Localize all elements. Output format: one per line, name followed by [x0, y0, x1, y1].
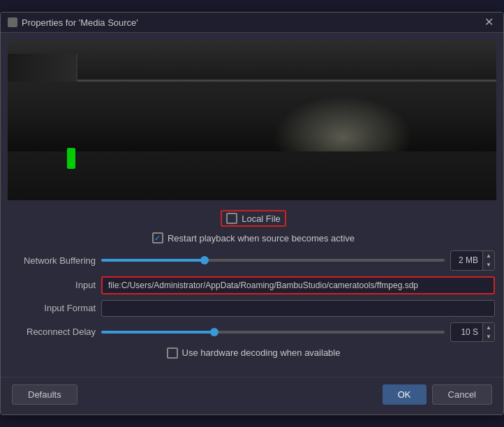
network-buffering-row: Network Buffering 2 MB ▲ ▼ [12, 250, 495, 270]
hardware-decoding-row: Use hardware decoding when available [12, 347, 495, 359]
reconnect-delay-row: Reconnect Delay 10 S ▲ ▼ [12, 322, 495, 342]
machine-middle [8, 82, 496, 151]
reconnect-delay-arrows: ▲ ▼ [482, 323, 494, 341]
ok-button[interactable]: OK [383, 384, 427, 405]
network-buffering-label: Network Buffering [12, 255, 96, 266]
machine-body [8, 40, 496, 82]
restart-playback-checkbox[interactable] [152, 232, 163, 244]
close-button[interactable]: ✕ [482, 17, 496, 28]
restart-playback-text: Restart playback when source becomes act… [168, 233, 355, 244]
bottom-right-buttons: OK Cancel [383, 384, 492, 405]
input-row: Input [12, 276, 495, 294]
local-file-checkbox[interactable] [226, 213, 237, 224]
cancel-button[interactable]: Cancel [432, 384, 492, 405]
reconnect-delay-label: Reconnect Delay [12, 327, 96, 337]
reconnect-delay-value: 10 S [451, 326, 482, 338]
hardware-decoding-checkbox[interactable] [167, 347, 178, 359]
window-title: Properties for 'Media Source' [22, 17, 138, 28]
green-dot [67, 148, 75, 169]
hardware-decoding-text: Use hardware decoding when available [182, 347, 341, 358]
network-buffering-thumb[interactable] [200, 256, 209, 264]
network-buffering-fill [101, 259, 205, 262]
machine-bottom [8, 151, 496, 200]
restart-playback-label[interactable]: Restart playback when source becomes act… [152, 232, 355, 244]
media-preview [8, 40, 496, 200]
reconnect-delay-track[interactable] [101, 331, 445, 334]
properties-window: Properties for 'Media Source' ✕ [0, 12, 504, 415]
network-buffering-track[interactable] [101, 259, 445, 262]
input-label: Input [12, 280, 96, 290]
bottom-bar: Defaults OK Cancel [1, 377, 503, 414]
title-bar-left: Properties for 'Media Source' [8, 17, 138, 28]
input-format-row: Input Format [12, 300, 495, 317]
network-buffering-up[interactable]: ▲ [483, 251, 494, 260]
network-buffering-value: 2 MB [451, 254, 482, 267]
reconnect-delay-thumb[interactable] [210, 328, 218, 336]
reconnect-delay-fill [101, 331, 214, 334]
reconnect-delay-up[interactable]: ▲ [483, 323, 494, 332]
reconnect-delay-down[interactable]: ▼ [483, 332, 494, 341]
input-field[interactable] [101, 276, 495, 294]
network-buffering-spinbox[interactable]: 2 MB ▲ ▼ [450, 250, 495, 270]
reconnect-delay-slider-container [101, 331, 445, 334]
input-format-label: Input Format [12, 303, 96, 313]
input-format-field[interactable] [101, 300, 495, 317]
hardware-decoding-label[interactable]: Use hardware decoding when available [167, 347, 341, 359]
network-buffering-arrows: ▲ ▼ [482, 251, 494, 269]
local-file-wrapper: Local File [221, 210, 286, 227]
network-buffering-slider-container [101, 259, 445, 262]
settings-content: Local File Restart playback when source … [1, 206, 503, 374]
network-buffering-down[interactable]: ▼ [483, 260, 494, 269]
local-file-label: Local File [242, 214, 281, 224]
window-body: Local File Restart playback when source … [1, 40, 503, 414]
preview-scene [8, 40, 496, 200]
restart-playback-row: Restart playback when source becomes act… [12, 232, 495, 244]
defaults-button[interactable]: Defaults [12, 384, 77, 405]
local-file-row: Local File [12, 210, 495, 227]
title-bar: Properties for 'Media Source' ✕ [1, 13, 503, 33]
window-icon [8, 17, 17, 27]
reconnect-delay-spinbox[interactable]: 10 S ▲ ▼ [450, 322, 495, 342]
